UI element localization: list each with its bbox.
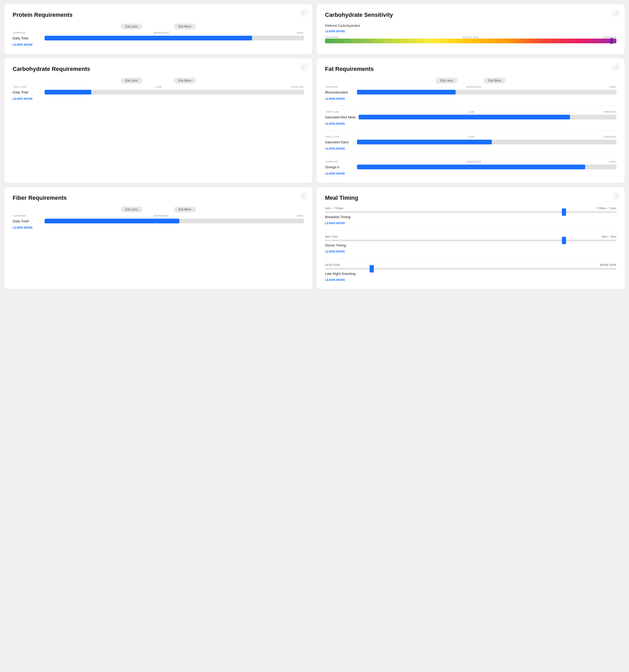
late-night-label: Late Night Snacking	[325, 272, 355, 275]
meal-timing-card: Meal Timing i 5am – 7:30am 7:30am – 11am…	[317, 187, 625, 289]
dinner-slider-thumb	[562, 237, 566, 244]
protein-info-button[interactable]: i	[300, 9, 307, 16]
carb-sensitivity-link[interactable]: LEARN MORE	[325, 30, 345, 33]
dinner-timing-labels: 5pm–7pm 6pm – 9pm	[325, 235, 617, 238]
carb-sensitivity-info-button[interactable]: i	[613, 9, 620, 16]
fat-redmeat-track	[358, 115, 617, 119]
fat-redmeat-learn-more[interactable]: LEARN MORE	[325, 122, 345, 125]
fat-title: Fat Requirements	[325, 66, 617, 72]
fiber-title: Fiber Requirements	[12, 194, 304, 201]
fiber-pills-row: Eat Less Eat More	[12, 207, 304, 212]
fat-redmeat-bar-row: Saturated Red Meat	[325, 115, 617, 119]
protein-eat-more-pill: Eat More	[174, 24, 196, 29]
carb-sensitivity-subtitle: Refined Carbohydrates	[325, 24, 617, 28]
protein-bar-row: Daily Total	[12, 36, 304, 41]
protein-pills-row: Eat Less Eat More	[12, 24, 304, 29]
fiber-bar-track	[45, 219, 304, 223]
fat-omega-learn-more[interactable]: LEARN MORE	[325, 172, 345, 175]
fat-omega-bar-row: Omega-3	[325, 165, 617, 169]
protein-bar-fill	[45, 36, 252, 41]
carb-sensitivity-card: Carbohydrate Sensitivity i Refined Carbo…	[317, 4, 625, 54]
dinner-label-row: Dinner Timing	[325, 243, 617, 247]
breakfast-slider-thumb	[562, 209, 566, 216]
carb-req-info-button[interactable]: i	[300, 64, 307, 70]
protein-scale-labels: AVERAGE INCREASED HIGH	[12, 31, 304, 34]
fat-dairy-scale: VERY LOW LOW AVERAGE	[325, 136, 617, 138]
carb-sensitivity-title: Carbohydrate Sensitivity	[325, 11, 617, 18]
protein-bar-track	[45, 36, 304, 41]
fat-mono-track	[357, 90, 617, 95]
late-night-label-row: Late Night Snacking	[325, 272, 617, 275]
protein-eat-less-pill: Eat Less	[121, 24, 143, 29]
breakfast-slider-track	[325, 211, 617, 213]
dinner-label: Dinner Timing	[325, 243, 354, 247]
fat-omega-fill	[357, 165, 585, 169]
breakfast-label: Breakfast Timing	[325, 215, 354, 219]
fat-redmeat-label: Saturated Red Meat	[325, 115, 355, 119]
fat-dairy-learn-more[interactable]: LEARN MORE	[325, 147, 345, 150]
fat-mono-bar-row: Monosaturated	[325, 90, 617, 95]
dinner-learn-more[interactable]: LEARN MORE	[325, 250, 345, 253]
fat-dairy-bar-row: Saturated Dairy	[325, 140, 617, 144]
gradient-marker	[610, 38, 613, 44]
carb-req-scale-labels: VERY LOW LOW AVERAGE	[12, 86, 304, 88]
breakfast-label-row: Breakfast Timing	[325, 215, 617, 219]
fiber-info-button[interactable]: i	[300, 192, 307, 199]
fiber-bar-row: Daily Total¹	[12, 219, 304, 223]
carb-req-bar-track	[45, 90, 304, 95]
breakfast-timing-labels: 5am – 7:30am 7:30am – 11am	[325, 207, 617, 210]
late-night-learn-more[interactable]: LEARN MORE	[325, 278, 345, 281]
fat-mono-fill	[357, 90, 456, 95]
protein-title: Protein Requirements	[12, 11, 304, 18]
carb-req-bar-fill	[45, 90, 91, 95]
fat-card: Fat Requirements i Eat Less Eat More AVE…	[317, 58, 625, 183]
breakfast-learn-more[interactable]: LEARN MORE	[325, 221, 345, 225]
fat-redmeat-scale: VERY LOW LOW AVERAGE	[325, 111, 617, 113]
fat-mono-scale: AVERAGE INCREASED HIGH	[325, 86, 617, 88]
meal-timing-info-button[interactable]: i	[613, 192, 620, 199]
late-night-slider-track	[325, 268, 617, 270]
fiber-card: Fiber Requirements i Eat Less Eat More A…	[4, 187, 312, 289]
fiber-learn-more[interactable]: LEARN MORE	[12, 226, 33, 229]
late-night-risk-labels: LESS RISK MORE RISK	[325, 263, 617, 266]
fat-info-button[interactable]: i	[613, 64, 620, 70]
fiber-eat-less-pill: Eat Less	[121, 207, 143, 212]
fat-omega-scale: AVERAGE INCREASED HIGH	[325, 160, 617, 163]
fat-eat-less-pill: Eat Less	[436, 78, 457, 83]
fiber-bar-fill	[45, 219, 179, 223]
fat-omega-label: Omega-3	[325, 165, 354, 169]
breakfast-section: 5am – 7:30am 7:30am – 11am Breakfast Tim…	[325, 207, 617, 225]
late-night-slider-thumb	[370, 265, 374, 272]
fiber-eat-more-pill: Eat More	[174, 207, 196, 212]
protein-row-label: Daily Total	[12, 36, 42, 40]
meal-timing-title: Meal Timing	[325, 194, 617, 201]
dinner-section: 5pm–7pm 6pm – 9pm Dinner Timing LEARN MO…	[325, 235, 617, 254]
fat-dairy-fill	[357, 140, 492, 144]
fat-dairy-track	[357, 140, 617, 144]
carb-req-pills-row: Eat Less Eat More	[12, 78, 304, 83]
carb-req-card: Carbohydrate Requirements i Eat Less Eat…	[4, 58, 312, 183]
fat-mono-learn-more[interactable]: LEARN MORE	[325, 97, 345, 100]
fiber-scale-labels: AVERAGE INCREASED HIGH	[12, 214, 304, 217]
fiber-row-label: Daily Total¹	[12, 219, 42, 223]
fat-mono-label: Monosaturated	[325, 90, 354, 94]
carb-req-row-label: Daily Total	[12, 90, 42, 94]
protein-learn-more[interactable]: LEARN MORE	[12, 43, 33, 46]
dinner-slider-track	[325, 240, 617, 241]
late-night-section: LESS RISK MORE RISK Late Night Snacking …	[325, 263, 617, 282]
carb-req-title: Carbohydrate Requirements	[12, 66, 304, 72]
fat-eat-more-pill: Eat More	[484, 78, 506, 83]
fat-pills-row: Eat Less Eat More	[325, 78, 617, 83]
carb-req-eat-more-pill: Eat More	[174, 78, 196, 83]
main-grid: Protein Requirements i Eat Less Eat More…	[4, 4, 625, 289]
carb-req-learn-more[interactable]: LEARN MORE	[12, 97, 33, 100]
gradient-bar	[325, 39, 617, 43]
fat-redmeat-fill	[358, 115, 570, 119]
carb-req-bar-row: Daily Total	[12, 90, 304, 95]
risk-labels-top: LESS RISK SLIGHT RISK HIGH RISK	[325, 36, 617, 39]
protein-card: Protein Requirements i Eat Less Eat More…	[4, 4, 312, 54]
gradient-bar-container: LESS RISK SLIGHT RISK HIGH RISK	[325, 36, 617, 43]
fat-dairy-label: Saturated Dairy	[325, 140, 354, 144]
fat-omega-track	[357, 165, 617, 169]
carb-req-eat-less-pill: Eat Less	[121, 78, 143, 83]
